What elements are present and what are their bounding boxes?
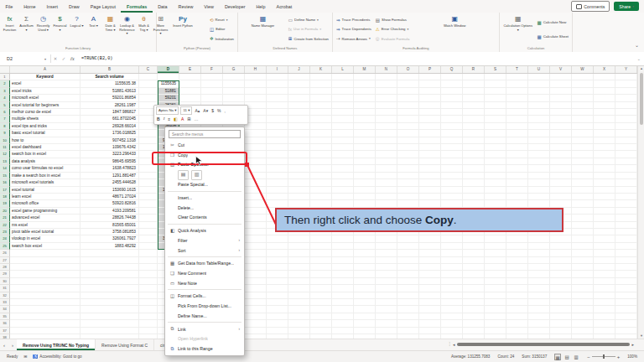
- cell-b36[interactable]: [80, 320, 139, 327]
- ribbon-tab-draw[interactable]: Draw: [64, 0, 86, 13]
- cell-c33[interactable]: [139, 299, 158, 306]
- cell-c12[interactable]: [139, 151, 158, 158]
- ribbon-tab-file[interactable]: File: [0, 0, 18, 13]
- cell-b14[interactable]: 1638.478823: [80, 165, 139, 172]
- tab-scroll-grip[interactable]: ⋮: [447, 340, 452, 346]
- page-layout-view-icon[interactable]: ▤: [564, 354, 570, 360]
- column-header-i[interactable]: I: [267, 65, 288, 73]
- cell-a11[interactable]: excel dashboard: [10, 144, 80, 151]
- cell-a13[interactable]: data analysis: [10, 158, 80, 165]
- cell-b27[interactable]: [80, 257, 139, 264]
- row-header-5[interactable]: 5: [0, 102, 10, 109]
- ribbon-tab-help[interactable]: Help: [251, 0, 271, 13]
- row-header-32[interactable]: 32: [0, 292, 10, 299]
- menu-item-cut[interactable]: ✂Cut: [165, 140, 244, 150]
- cell-c13[interactable]: [139, 158, 158, 165]
- name-box[interactable]: D2: [0, 56, 40, 61]
- row-header-34[interactable]: 34: [0, 306, 10, 313]
- cell-a10[interactable]: how to: [10, 137, 80, 144]
- row-header-27[interactable]: 27: [0, 257, 10, 264]
- borders-button[interactable]: ⊞: [186, 116, 191, 122]
- menu-item-clear-contents[interactable]: Clear Contents: [165, 213, 244, 223]
- menu-item-paste-options[interactable]: ▤Paste Options:: [165, 160, 244, 170]
- font-size-select[interactable]: 11 ▾: [180, 106, 192, 115]
- column-header-y[interactable]: Y: [615, 65, 637, 73]
- ribbon-tab-data[interactable]: Data: [153, 0, 173, 13]
- cell-b23[interactable]: 3758.081853: [80, 229, 139, 235]
- page-break-view-icon[interactable]: ▥: [573, 354, 579, 360]
- ribbon-button-use-in-formula[interactable]: fxUse in Formula▾: [288, 24, 329, 34]
- column-header-b[interactable]: B: [80, 65, 139, 73]
- ribbon-button-insert-python[interactable]: PyInsert Python: [158, 13, 207, 45]
- expand-formula-bar-icon[interactable]: ⌄: [637, 56, 641, 61]
- next-sheet-icon[interactable]: ›: [8, 343, 17, 348]
- cell-a30[interactable]: [10, 278, 80, 285]
- cell-b11[interactable]: 109676.4342: [80, 144, 139, 151]
- cell-a4[interactable]: microsoft excel: [10, 95, 80, 101]
- cell-b1[interactable]: Search volume: [80, 74, 139, 80]
- cell-c32[interactable]: [139, 292, 158, 299]
- column-header-m[interactable]: M: [354, 65, 376, 73]
- cell-b16[interactable]: 2455.444628: [80, 179, 139, 186]
- cell-a31[interactable]: [10, 285, 80, 292]
- row-header-3[interactable]: 3: [0, 88, 10, 95]
- cell-c35[interactable]: [139, 313, 158, 320]
- cell-c23[interactable]: [139, 229, 158, 235]
- cell-a17[interactable]: excel tutorial: [10, 187, 80, 194]
- column-header-j[interactable]: J: [288, 65, 310, 73]
- cell-a28[interactable]: [10, 264, 80, 271]
- scroll-down-icon[interactable]: ▼: [638, 334, 644, 338]
- cell-c11[interactable]: [139, 144, 158, 151]
- cell-b8[interactable]: 26928.66014: [80, 123, 139, 130]
- cell-b28[interactable]: [80, 264, 139, 271]
- cell-b18[interactable]: 48671.27024: [80, 194, 139, 200]
- cell-a5[interactable]: excel tutorial for beginners: [10, 102, 80, 109]
- horizontal-scroll-thumb[interactable]: [457, 343, 631, 346]
- ribbon-button-show-formulas[interactable]: ▤Show Formulas: [376, 15, 410, 24]
- column-header-x[interactable]: X: [594, 65, 615, 73]
- ribbon-button-error-checking[interactable]: ⚠Error Checking▾: [376, 24, 410, 34]
- cell-a19[interactable]: microsoft office: [10, 200, 80, 207]
- row-header-2[interactable]: 2: [0, 80, 10, 87]
- ribbon-tab-insert[interactable]: Insert: [41, 0, 63, 13]
- cell-c29[interactable]: [139, 271, 158, 277]
- cell-b24[interactable]: 326061.7927: [80, 235, 139, 242]
- column-header-q[interactable]: Q: [441, 65, 463, 73]
- zoom-slider-thumb[interactable]: [603, 354, 605, 359]
- cell-b9[interactable]: 1736.018825: [80, 130, 139, 137]
- cell-c17[interactable]: [139, 187, 158, 194]
- menu-item-new-comment[interactable]: ❏New Comment: [165, 268, 244, 278]
- enter-icon[interactable]: ✓: [60, 56, 68, 61]
- ribbon-tab-formulas[interactable]: Formulas: [121, 0, 152, 13]
- ribbon-button-python-reset[interactable]: ⟲Reset▾: [210, 15, 234, 24]
- cell-a3[interactable]: excel tricks: [10, 88, 80, 95]
- cell-c26[interactable]: [139, 250, 158, 256]
- cell-a34[interactable]: [10, 306, 80, 313]
- row-header-12[interactable]: 12: [0, 151, 10, 158]
- ribbon-tab-home[interactable]: Home: [18, 0, 41, 13]
- ribbon-button-text[interactable]: AText ▾: [86, 13, 101, 45]
- cell-c18[interactable]: [139, 194, 158, 200]
- menu-item-insert[interactable]: Insert...: [165, 193, 244, 203]
- cell-b34[interactable]: [80, 306, 139, 313]
- insert-function-icon[interactable]: fx: [68, 56, 76, 61]
- ribbon-button-python-editor[interactable]: ◫Editor: [210, 24, 234, 34]
- cell-d2[interactable]: 1155635: [158, 80, 179, 87]
- scroll-up-icon[interactable]: ▲: [638, 66, 644, 70]
- menu-item-get-data-from-table-range[interactable]: ▦Get Data from Table/Range...: [165, 258, 244, 268]
- cell-a18[interactable]: learn excel: [10, 194, 80, 200]
- cell-a7[interactable]: multiple sheets: [10, 116, 80, 122]
- zoom-slider[interactable]: [592, 356, 615, 357]
- cell-a33[interactable]: [10, 299, 80, 306]
- cell-c22[interactable]: [139, 222, 158, 229]
- share-button[interactable]: Share ▾: [614, 2, 639, 11]
- menu-item-filter[interactable]: Filter›: [165, 235, 244, 246]
- row-header-31[interactable]: 31: [0, 285, 10, 292]
- cell-a21[interactable]: advanced excel: [10, 215, 80, 221]
- menu-item-link[interactable]: ⧉Link›: [165, 324, 244, 334]
- paste-values-icon[interactable]: ▥: [191, 170, 202, 180]
- row-header-22[interactable]: 22: [0, 222, 10, 229]
- cell-b32[interactable]: [80, 292, 139, 299]
- row-header-13[interactable]: 13: [0, 158, 10, 165]
- scroll-left-icon[interactable]: ◂: [453, 342, 455, 347]
